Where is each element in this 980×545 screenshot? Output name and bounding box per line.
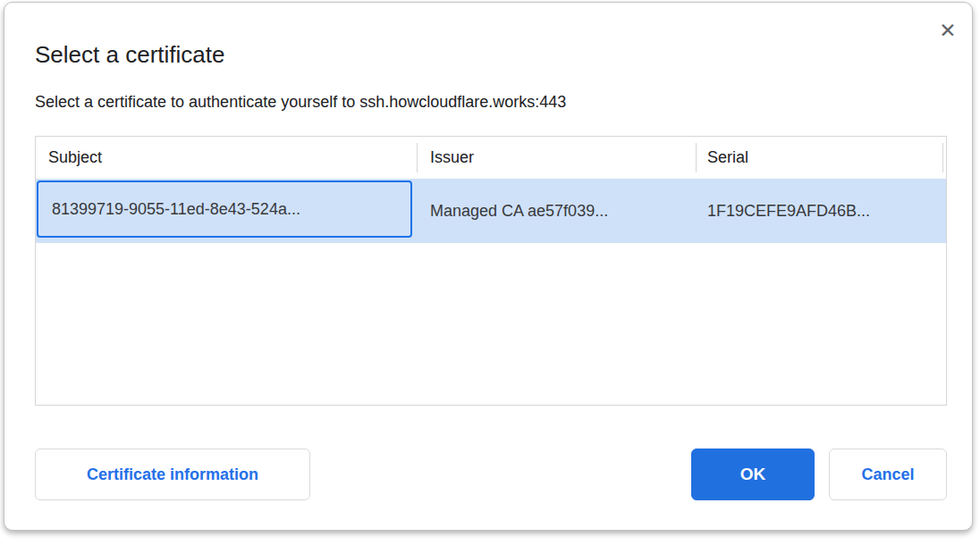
- certificate-row[interactable]: 81399719-9055-11ed-8e43-524a... Managed …: [36, 179, 946, 243]
- certificate-table: Subject Issuer Serial 81399719-9055-11ed…: [35, 136, 947, 406]
- header-divider: [942, 143, 943, 172]
- column-header-issuer: Issuer: [430, 137, 474, 179]
- close-icon: ✕: [939, 19, 956, 42]
- header-divider: [696, 143, 697, 172]
- table-header: Subject Issuer Serial: [36, 137, 946, 179]
- ok-button[interactable]: OK: [691, 449, 815, 500]
- cell-serial: 1F19CEFE9AFD46B...: [707, 179, 870, 243]
- certificate-information-button[interactable]: Certificate information: [35, 449, 310, 500]
- dialog-title: Select a certificate: [35, 40, 224, 69]
- select-certificate-dialog: ✕ Select a certificate Select a certific…: [4, 2, 973, 531]
- column-header-serial: Serial: [707, 137, 748, 179]
- cell-issuer: Managed CA ae57f039...: [430, 179, 608, 243]
- dialog-subtitle: Select a certificate to authenticate you…: [35, 91, 566, 113]
- header-divider: [417, 143, 418, 172]
- column-header-subject: Subject: [48, 137, 102, 179]
- close-button[interactable]: ✕: [933, 15, 963, 46]
- cell-subject: 81399719-9055-11ed-8e43-524a...: [37, 180, 412, 238]
- cancel-button[interactable]: Cancel: [829, 449, 947, 500]
